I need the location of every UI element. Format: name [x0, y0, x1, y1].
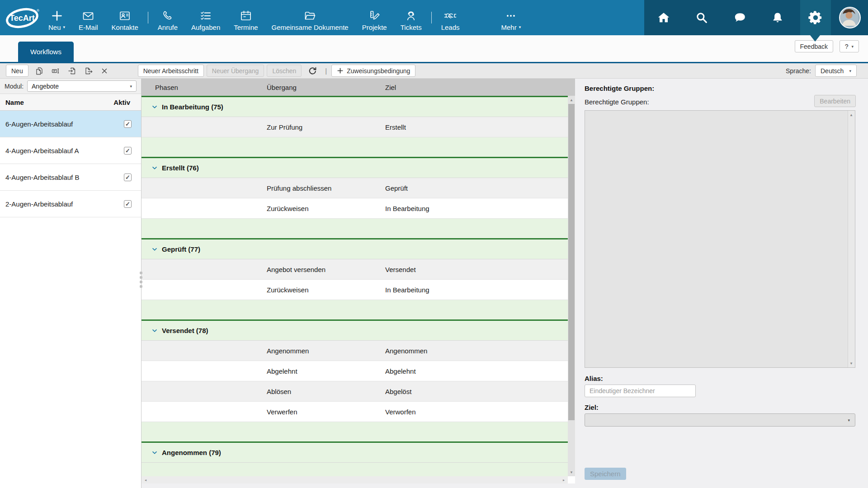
delete-workflow-button[interactable]	[96, 65, 113, 77]
transition-row[interactable]: AbgelehntAbgelehnt	[142, 361, 568, 381]
rename-workflow-button[interactable]	[47, 65, 64, 77]
workflow-active-checkbox[interactable]: ✓	[124, 147, 132, 155]
new-step-label: Neuer Arbeitsschritt	[143, 67, 198, 75]
listbox-scrollbar[interactable]: ▲ ▼	[848, 111, 855, 367]
phase-group-header[interactable]: Versendet (78)	[142, 321, 568, 341]
workflow-list-item[interactable]: 6-Augen-Arbeitsablauf✓	[0, 111, 141, 137]
workflow-list-item[interactable]: 4-Augen-Arbeitsablauf B✓	[0, 164, 141, 191]
permitted-groups-listbox[interactable]: ▲ ▼	[585, 110, 855, 368]
phase-label: Angenommen (79)	[162, 449, 221, 456]
phase-group-footer-row	[142, 422, 568, 441]
phase-group-header[interactable]: Geprüft (77)	[142, 239, 568, 259]
vertical-scrollbar[interactable]: ▲ ▼	[568, 96, 575, 476]
transition-row[interactable]: AngenommenAngenommen	[142, 341, 568, 361]
scroll-right-arrow[interactable]: ▸	[560, 476, 567, 483]
phase-group: Versendet (78)AngenommenAngenommenAbgele…	[142, 319, 568, 441]
workflow-list-item[interactable]: 2-Augen-Arbeitsablauf✓	[0, 191, 141, 217]
nav-item-termine[interactable]: Termine	[227, 4, 264, 31]
scroll-left-arrow[interactable]: ◂	[142, 476, 149, 483]
feedback-button[interactable]: Feedback	[795, 40, 833, 52]
nav-item-kontakte[interactable]: Kontakte	[105, 4, 145, 31]
nav-item-mehr[interactable]: Mehr▾	[495, 4, 528, 31]
nav-item-tickets[interactable]: Tickets	[394, 4, 429, 31]
import-icon	[67, 66, 76, 75]
copy-icon	[35, 66, 44, 75]
tecart-logo[interactable]: TecArt ®	[5, 5, 41, 31]
uebergang-cell: Zurückweisen	[267, 286, 385, 294]
nav-item-email[interactable]: E-Mail	[72, 4, 105, 31]
avatar[interactable]	[839, 7, 861, 28]
transition-row[interactable]: VerwerfenVerworfen	[142, 402, 568, 422]
chat-button[interactable]	[724, 0, 755, 35]
nav-label: Mehr	[501, 23, 517, 31]
import-workflow-button[interactable]	[64, 65, 80, 77]
new-workflow-label: Neu	[11, 67, 23, 75]
ziel-cell: Versendet	[385, 266, 568, 273]
help-button[interactable]: ?▾	[840, 40, 859, 52]
sidebar-resize-grip[interactable]	[139, 272, 143, 288]
plus-icon	[337, 67, 344, 74]
edit-groups-button[interactable]: Bearbeiten	[814, 95, 856, 107]
copy-workflow-button[interactable]	[31, 65, 47, 77]
nav-item-projekte[interactable]: Projekte	[355, 4, 394, 31]
scroll-up-arrow[interactable]: ▲	[568, 96, 575, 103]
chevron-down-icon	[151, 246, 158, 253]
permitted-groups-title: Berechtigte Gruppen:	[585, 84, 654, 92]
ziel-cell: Erstellt	[385, 123, 568, 131]
module-label: Modul:	[5, 83, 24, 90]
assignment-condition-button[interactable]: Zuweisungsbedingung	[331, 65, 415, 77]
workflow-list-item[interactable]: 4-Augen-Arbeitsablauf A✓	[0, 137, 141, 164]
export-workflow-button[interactable]	[80, 65, 96, 77]
chat-icon	[732, 11, 747, 24]
nav-item-gemeinsame-dokumente[interactable]: Gemeinsame Dokumente	[265, 4, 355, 31]
language-select[interactable]: Deutsch ▾	[815, 65, 857, 77]
nav-item-leads[interactable]: Leads	[434, 4, 467, 31]
workflow-name: 4-Augen-Arbeitsablauf B	[5, 174, 79, 181]
nav-item-aufgaben[interactable]: Aufgaben	[184, 4, 227, 31]
horizontal-scrollbar[interactable]: ◂ ▸	[142, 476, 568, 483]
uebergang-cell: Ablösen	[267, 388, 385, 395]
nav-item-neu[interactable]: Neu▾	[42, 4, 72, 31]
workflow-active-checkbox[interactable]: ✓	[124, 174, 132, 181]
vertical-scroll-thumb[interactable]	[568, 104, 575, 420]
workflow-active-checkbox[interactable]: ✓	[124, 120, 132, 128]
tab-workflows[interactable]: Workflows	[18, 42, 74, 62]
ziel-label: Ziel:	[585, 404, 599, 411]
search-button[interactable]	[686, 0, 717, 35]
module-select[interactable]: Angebote ▾	[27, 80, 137, 92]
delete-button[interactable]: Löschen	[267, 65, 302, 77]
save-button[interactable]: Speichern	[585, 468, 626, 480]
home-button[interactable]	[648, 0, 679, 35]
new-workflow-button[interactable]: Neu	[6, 65, 28, 77]
phase-group-header[interactable]: Angenommen (79)	[142, 443, 568, 463]
phase-group-header[interactable]: In Bearbeitung (75)	[142, 97, 568, 117]
notifications-button[interactable]	[762, 0, 793, 35]
transition-row[interactable]: Zur PrüfungErstellt	[142, 117, 568, 137]
nav-item-anrufe[interactable]: Anrufe	[151, 4, 184, 31]
transition-row[interactable]: Prüfung abschliessenGeprüft	[142, 178, 568, 198]
nav-label: Neu	[48, 23, 61, 31]
top-navigation-bar: TecArt ® Neu▾ E-Mail Kontakte	[0, 0, 868, 35]
transition-row[interactable]: Angebot versendenVersendet	[142, 259, 568, 280]
chevron-down-icon: ▾	[63, 25, 66, 29]
export-icon	[84, 66, 93, 75]
workflow-list: 6-Augen-Arbeitsablauf✓4-Augen-Arbeitsabl…	[0, 111, 141, 217]
chevron-down-icon	[151, 165, 158, 171]
new-step-button[interactable]: Neuer Arbeitsschritt	[138, 65, 204, 77]
transition-row[interactable]: AblösenAbgelöst	[142, 381, 568, 402]
settings-button[interactable]	[800, 0, 831, 35]
scroll-down-arrow[interactable]: ▼	[848, 360, 854, 367]
transition-row[interactable]: ZurückweisenIn Bearbeitung	[142, 198, 568, 219]
alias-input[interactable]	[585, 385, 696, 397]
transition-row[interactable]: ZurückweisenIn Bearbeitung	[142, 280, 568, 300]
scroll-down-arrow[interactable]: ▼	[568, 469, 575, 476]
new-transition-button[interactable]: Neuer Übergang	[207, 65, 264, 77]
column-header-phasen: Phasen	[142, 84, 267, 91]
ziel-select[interactable]: ▾	[585, 413, 855, 427]
calls-icon	[161, 8, 174, 22]
refresh-button[interactable]	[304, 65, 321, 77]
scroll-up-arrow[interactable]: ▲	[848, 111, 854, 118]
phase-group-header[interactable]: Erstellt (76)	[142, 158, 568, 178]
home-icon	[656, 11, 671, 24]
workflow-active-checkbox[interactable]: ✓	[124, 200, 132, 208]
